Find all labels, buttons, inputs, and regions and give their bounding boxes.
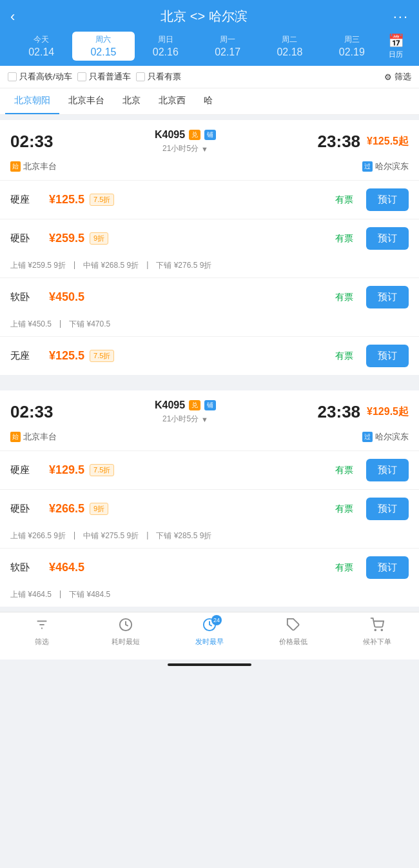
- seat-discount-yingwo-1: 9折: [90, 232, 108, 245]
- cheapest-nav-icon: [286, 618, 300, 635]
- train-number-1: K4095: [155, 129, 185, 141]
- calendar-icon: 📅: [388, 33, 404, 48]
- seat-row-yingwo-2: 硬卧 ¥266.5 9折 有票 预订: [0, 489, 419, 528]
- seat-price-section-yingzuo-1: ¥125.5 7.5折: [49, 193, 335, 207]
- seat-name-yingwo-2: 硬卧: [10, 503, 49, 515]
- seat-discount-wuzuo-1: 7.5折: [90, 350, 114, 362]
- train-card-1: 02:33 K4095 兑 铺 21小时5分 ▼ 23:38 ¥125.5起 始…: [0, 120, 419, 375]
- date-tab-0216[interactable]: 周日02.16: [135, 32, 197, 61]
- seat-name-yingwo-1: 硬卧: [10, 232, 49, 245]
- train-station-row-2: 始 北京丰台 过 哈尔滨东: [0, 431, 419, 450]
- seat-discount-yingzuo-1: 7.5折: [90, 194, 114, 206]
- svg-point-7: [381, 629, 382, 631]
- duration-arrow-1: ▼: [201, 145, 208, 153]
- book-button-yingzuo-1[interactable]: 预订: [366, 188, 409, 211]
- sub-shangpu-ruanwo-1: 上铺 ¥450.5: [10, 319, 52, 330]
- seat-row-yingwo-1: 硬卧 ¥259.5 9折 有票 预订: [0, 219, 419, 257]
- seat-price-yingwo-1: ¥259.5: [49, 232, 84, 245]
- station-tab-1[interactable]: 北京丰台: [59, 88, 113, 114]
- sub-xiapu-ruanwo-2: 下铺 ¥484.5: [69, 589, 110, 600]
- seat-discount-yingwo-2: 9折: [90, 503, 108, 515]
- filter-putong-checkbox: [77, 72, 86, 81]
- back-button[interactable]: ‹: [10, 8, 15, 25]
- train-duration-2: 21小时5分: [162, 414, 199, 425]
- seat-price-section-ruanwo-1: ¥450.5: [49, 290, 335, 304]
- depart-badge-icon-1: 始: [10, 161, 21, 172]
- filter-putong-label: 只看普通车: [89, 71, 131, 83]
- train-price-2: ¥129.5起: [367, 405, 409, 419]
- seat-status-ruanwo-1: 有票: [335, 292, 353, 303]
- earliest-nav-icon: 24: [202, 618, 217, 635]
- station-tab-0[interactable]: 北京朝阳: [5, 88, 59, 114]
- sub-zhongpu-yingwo-2: 中铺 ¥275.5 9折: [83, 530, 139, 541]
- station-tab-2[interactable]: 北京: [113, 88, 150, 114]
- depart-station-2: 始 北京丰台: [10, 431, 57, 443]
- book-button-ruanwo-2[interactable]: 预订: [366, 556, 409, 579]
- book-button-yingwo-1[interactable]: 预订: [366, 227, 409, 250]
- date-tab-0218[interactable]: 周二02.18: [258, 32, 320, 61]
- book-button-wuzuo-1[interactable]: 预订: [366, 345, 409, 367]
- train-number-2: K4095: [155, 399, 185, 411]
- date-tab-0214[interactable]: 今天02.14: [10, 32, 72, 61]
- depart-station-1: 始 北京丰台: [10, 161, 57, 172]
- seat-price-section-wuzuo-1: ¥125.5 7.5折: [49, 349, 335, 363]
- date-tabs: 今天02.14周六02.15周日02.16周一02.17周二02.18周三02.…: [10, 32, 409, 66]
- nav-cheapest[interactable]: 价格最低: [251, 618, 335, 647]
- arrive-badge-icon-1: 过: [362, 161, 373, 172]
- waitlist-nav-icon: [370, 618, 384, 635]
- seat-discount-yingzuo-2: 7.5折: [90, 464, 114, 476]
- date-tab-0215[interactable]: 周六02.15: [72, 32, 134, 61]
- seat-row-ruanwo-2: 软卧 ¥464.5 有票 预订: [0, 548, 419, 587]
- filter-putong[interactable]: 只看普通车: [77, 71, 131, 83]
- filter-icon: ⚙: [384, 72, 392, 82]
- seat-row-wuzuo-1: 无座 ¥125.5 7.5折 有票 预订: [0, 336, 419, 375]
- calendar-button[interactable]: 📅 日历: [383, 33, 409, 59]
- seat-price-ruanwo-2: ¥464.5: [49, 561, 84, 574]
- train-duration-1: 21小时5分: [162, 143, 199, 154]
- nav-earliest[interactable]: 24 发时最早: [168, 618, 251, 647]
- train-badge-dui-1: 兑: [189, 130, 200, 140]
- filter-gaotie-checkbox: [8, 72, 17, 81]
- arrive-badge-icon-2: 过: [362, 432, 373, 442]
- seat-status-yingwo-2: 有票: [335, 503, 353, 515]
- seat-sub-ruanwo-2: 上铺 ¥464.5 | 下铺 ¥484.5: [0, 587, 419, 607]
- nav-filter[interactable]: 筛选: [0, 618, 84, 647]
- date-tab-0217[interactable]: 周一02.17: [197, 32, 258, 61]
- earliest-badge: 24: [211, 615, 222, 625]
- date-tab-0219[interactable]: 周三02.19: [321, 32, 383, 61]
- nav-shortest[interactable]: 耗时最短: [84, 618, 168, 647]
- book-button-yingwo-2[interactable]: 预订: [366, 498, 409, 520]
- filter-button[interactable]: ⚙ 筛选: [384, 71, 411, 83]
- train-number-section-1: K4095 兑 铺 21小时5分 ▼: [61, 129, 310, 154]
- seat-name-yingzuo-1: 硬座: [10, 194, 49, 206]
- seat-price-wuzuo-1: ¥125.5: [49, 349, 84, 363]
- station-tab-4[interactable]: 哈: [195, 88, 222, 114]
- filter-youpiao[interactable]: 只看有票: [136, 71, 181, 83]
- calendar-label: 日历: [389, 50, 403, 59]
- seat-name-yingzuo-2: 硬座: [10, 464, 49, 476]
- seat-price-yingzuo-1: ¥125.5: [49, 193, 84, 207]
- sub-xiapu-yingwo-2: 下铺 ¥285.5 9折: [156, 530, 211, 541]
- station-tab-3[interactable]: 北京西: [150, 88, 195, 114]
- seat-name-ruanwo-2: 软卧: [10, 561, 49, 574]
- filter-nav-icon: [35, 618, 49, 635]
- home-indicator: [168, 663, 251, 666]
- book-button-ruanwo-1[interactable]: 预订: [366, 286, 409, 308]
- depart-time-2: 02:33: [10, 402, 54, 422]
- nav-waitlist-label: 候补下单: [363, 637, 391, 647]
- nav-waitlist[interactable]: 候补下单: [335, 618, 419, 647]
- filter-gaotie[interactable]: 只看高铁/动车: [8, 71, 72, 83]
- duration-arrow-2: ▼: [201, 416, 208, 423]
- arrive-station-name-1: 哈尔滨东: [375, 161, 409, 172]
- divider: [0, 380, 419, 385]
- sub-zhongpu-yingwo-1: 中铺 ¥268.5 9折: [83, 260, 139, 271]
- sub-xiapu-ruanwo-1: 下铺 ¥470.5: [69, 319, 110, 330]
- book-button-yingzuo-2[interactable]: 预订: [366, 459, 409, 481]
- seat-price-section-yingzuo-2: ¥129.5 7.5折: [49, 463, 335, 477]
- depart-time-1: 02:33: [10, 132, 54, 152]
- seat-status-yingzuo-2: 有票: [335, 465, 353, 476]
- arrive-time-1: 23:38: [318, 132, 361, 152]
- nav-filter-label: 筛选: [35, 637, 49, 647]
- seat-status-ruanwo-2: 有票: [335, 562, 353, 574]
- more-button[interactable]: ···: [393, 8, 409, 25]
